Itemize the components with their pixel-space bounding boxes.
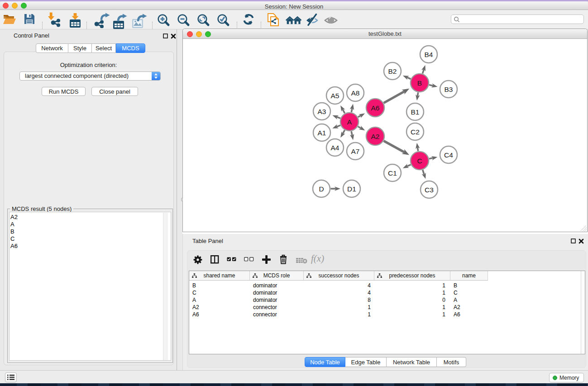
svg-text:A6: A6 bbox=[371, 104, 380, 112]
svg-text:C1: C1 bbox=[388, 169, 397, 177]
svg-text:C: C bbox=[417, 157, 422, 165]
svg-text:A4: A4 bbox=[331, 144, 339, 152]
svg-text:B4: B4 bbox=[425, 51, 433, 58]
svg-text:A: A bbox=[347, 118, 352, 126]
svg-text:C3: C3 bbox=[425, 186, 434, 194]
svg-text:D: D bbox=[319, 185, 324, 193]
svg-text:D1: D1 bbox=[347, 185, 356, 193]
svg-text:A5: A5 bbox=[331, 92, 339, 100]
svg-text:B: B bbox=[417, 79, 422, 87]
svg-text:A8: A8 bbox=[351, 89, 360, 97]
svg-text:B2: B2 bbox=[388, 67, 397, 75]
svg-text:A1: A1 bbox=[318, 129, 326, 137]
svg-text:A2: A2 bbox=[371, 133, 380, 140]
svg-text:A7: A7 bbox=[351, 148, 360, 155]
svg-text:B3: B3 bbox=[445, 86, 453, 93]
svg-text:A3: A3 bbox=[318, 108, 326, 115]
svg-text:C2: C2 bbox=[411, 128, 420, 136]
svg-text:C4: C4 bbox=[444, 151, 453, 159]
svg-text:B1: B1 bbox=[411, 108, 420, 116]
